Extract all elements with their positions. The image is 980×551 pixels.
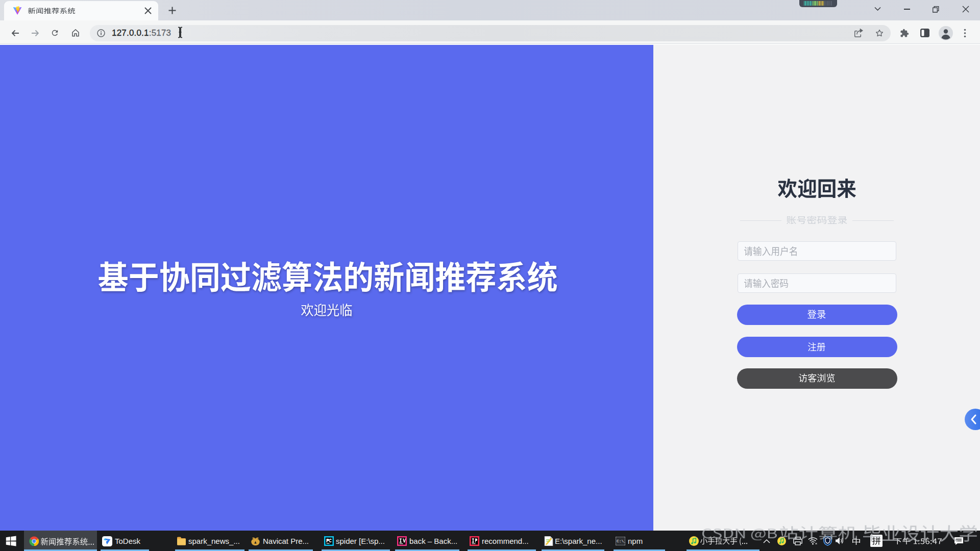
svg-text:C:\_: C:\_ [617,539,625,543]
